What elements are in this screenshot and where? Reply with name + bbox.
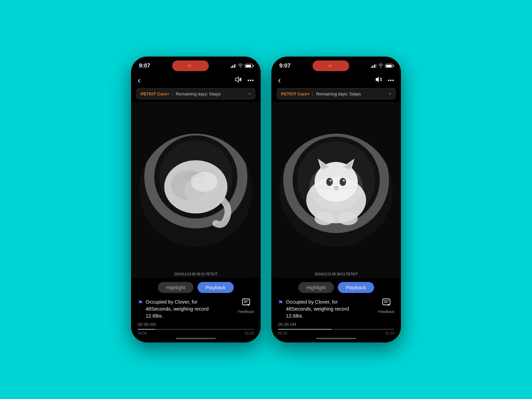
phone-left: 9:07 ‹ <box>131 57 261 342</box>
nav-right-left: ••• <box>235 76 254 84</box>
battery-left <box>245 64 253 68</box>
progress-times-right: 00:29 01:03 <box>278 331 394 335</box>
playback-button-left[interactable]: Playback <box>198 282 234 293</box>
dynamic-island-left <box>172 61 209 71</box>
signal-bars-right <box>371 64 377 68</box>
banner-text-right: Remaining days: 5days <box>316 91 361 96</box>
progress-total-left: 01:03 <box>245 331 254 335</box>
feedback-icon-right <box>382 298 391 309</box>
petkit-brand-right: PETKIT Care+ <box>281 91 310 96</box>
recording-dot-right <box>328 64 332 67</box>
banner-close-left[interactable]: × <box>248 91 251 96</box>
home-indicator-left <box>131 335 261 342</box>
banner-divider-left: | <box>172 91 173 96</box>
wifi-icon-left <box>238 64 243 68</box>
svg-point-33 <box>338 212 358 225</box>
flag-icon-left: ⚑ <box>138 299 143 306</box>
phone-right: 9:07 ‹ <box>271 57 401 342</box>
progress-total-right: 01:03 <box>385 331 394 335</box>
banner-content-right: PETKIT Care+ | Remaining days: 5days <box>281 91 361 96</box>
status-bar-right: 9:07 <box>271 57 401 72</box>
info-text-group-left: ⚑ Occupied by Clover, for48Seconds, weig… <box>138 298 208 319</box>
petkit-brand-left: PETKIT Care+ <box>141 91 169 96</box>
feedback-label-left: Feedback <box>238 310 254 314</box>
status-bar-left: 9:07 <box>131 57 261 72</box>
svg-point-34 <box>310 164 363 210</box>
progress-fill-right <box>278 329 332 330</box>
banner-text-left: Remaining days: 5days <box>176 91 221 96</box>
nav-bar-left: ‹ ••• <box>131 72 261 88</box>
video-container-left: 2024/11/13 06:38:31 PETKIT <box>131 102 261 278</box>
home-bar-right <box>316 338 356 339</box>
more-icon-left[interactable]: ••• <box>247 77 254 83</box>
mute-icon-left[interactable] <box>235 76 242 84</box>
nav-bar-right: ‹ ••• <box>271 72 401 88</box>
progress-fill-left <box>138 329 155 330</box>
svg-rect-35 <box>383 299 390 305</box>
progress-track-left[interactable] <box>138 329 254 330</box>
banner-content-left: PETKIT Care+ | Remaining days: 5days <box>141 91 221 96</box>
svg-point-8 <box>191 172 217 192</box>
toggle-row-left: Highlight Playback <box>131 278 261 296</box>
progress-times-left: 00:09 01:03 <box>138 331 254 335</box>
toggle-row-right: Highlight Playback <box>271 278 401 296</box>
signal-bars-left <box>231 64 236 68</box>
time-display-left: 06:38 AM <box>131 322 261 329</box>
info-text-right: Occupied by Clover, for48Seconds, weighi… <box>286 298 349 319</box>
camera-circle-right <box>280 134 393 247</box>
banner-divider-right: | <box>312 91 313 96</box>
status-icons-right <box>371 64 393 68</box>
wifi-icon-right <box>378 64 383 68</box>
more-icon-right[interactable]: ••• <box>388 77 394 83</box>
info-text-left: Occupied by Clover, for48Seconds, weighi… <box>146 298 208 319</box>
playback-button-right[interactable]: Playback <box>338 282 374 293</box>
home-indicator-right <box>271 335 401 342</box>
progress-track-right[interactable] <box>278 329 394 330</box>
progress-container-left[interactable]: 00:09 01:03 <box>131 329 261 335</box>
status-icons-left <box>231 64 253 68</box>
svg-rect-9 <box>242 299 250 305</box>
flag-icon-right: ⚑ <box>278 299 283 306</box>
battery-right <box>385 64 393 68</box>
home-bar-left <box>176 338 216 339</box>
time-display-right: 06:38 AM <box>271 322 401 329</box>
video-container-right: 2024/11/13 06:38:51 PETKIT <box>271 102 401 278</box>
info-text-group-right: ⚑ Occupied by Clover, for48Seconds, weig… <box>278 298 349 319</box>
nav-right-right: ••• <box>375 76 394 84</box>
progress-current-left: 00:09 <box>138 331 147 335</box>
camera-circle-left <box>139 134 252 247</box>
mute-icon-right[interactable] <box>375 76 382 84</box>
feedback-icon-left <box>242 298 250 309</box>
banner-close-right[interactable]: × <box>389 91 391 96</box>
feedback-group-right[interactable]: Feedback <box>378 298 394 314</box>
info-section-left: ⚑ Occupied by Clover, for48Seconds, weig… <box>131 296 261 322</box>
progress-current-right: 00:29 <box>278 331 287 335</box>
back-button-left[interactable]: ‹ <box>138 75 141 85</box>
progress-container-right[interactable]: 00:29 01:03 <box>271 329 401 335</box>
status-time-left: 9:07 <box>139 63 150 69</box>
info-section-right: ⚑ Occupied by Clover, for48Seconds, weig… <box>271 296 401 322</box>
banner-right: PETKIT Care+ | Remaining days: 5days × <box>277 88 396 99</box>
banner-left: PETKIT Care+ | Remaining days: 5days × <box>136 88 255 99</box>
feedback-label-right: Feedback <box>378 310 394 314</box>
highlight-button-left[interactable]: Highlight <box>158 282 193 293</box>
timestamp-right: 2024/11/13 06:38:51 PETKIT <box>315 272 358 276</box>
feedback-group-left[interactable]: Feedback <box>238 298 254 314</box>
svg-point-32 <box>315 212 334 225</box>
timestamp-left: 2024/11/13 06:38:31 PETKIT <box>174 272 217 276</box>
dynamic-island-right <box>313 61 349 71</box>
highlight-button-right[interactable]: Highlight <box>298 282 333 293</box>
recording-dot-left <box>188 64 191 67</box>
status-time-right: 9:07 <box>279 63 291 69</box>
back-button-right[interactable]: ‹ <box>278 75 281 85</box>
